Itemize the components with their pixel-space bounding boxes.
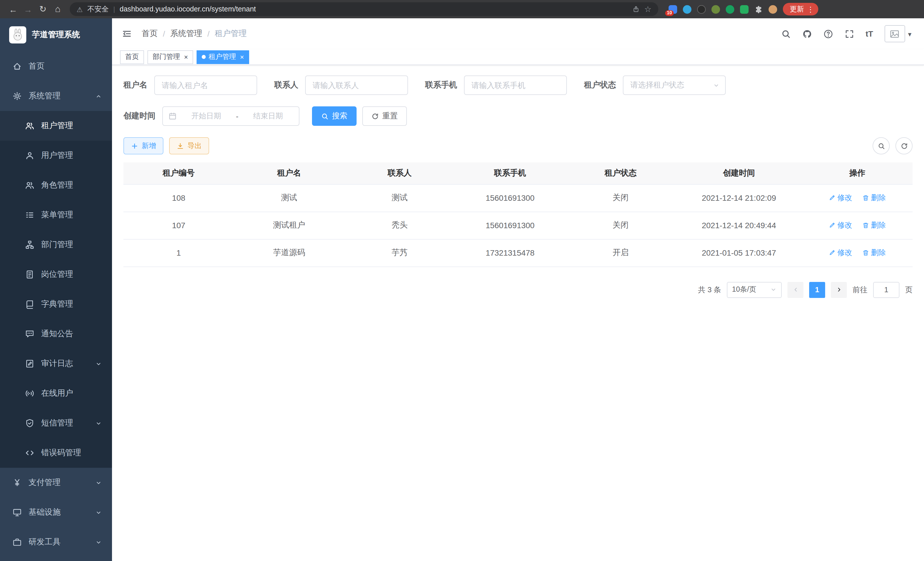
chevron-up-icon bbox=[95, 93, 102, 99]
update-label: 更新 bbox=[790, 4, 804, 14]
column-header-actions: 操作 bbox=[802, 162, 913, 184]
sidebar-item-sms-management[interactable]: 短信管理 bbox=[0, 408, 112, 438]
question-icon[interactable] bbox=[824, 29, 833, 39]
page-size-select[interactable]: 10条/页 bbox=[727, 282, 782, 298]
chevron-left-icon bbox=[792, 287, 799, 293]
page-number-button[interactable]: 1 bbox=[809, 282, 825, 298]
sidebar-item-notice[interactable]: 通知公告 bbox=[0, 319, 112, 349]
dict-book-icon bbox=[25, 300, 34, 309]
breadcrumb-item-system[interactable]: 系统管理 bbox=[170, 29, 202, 39]
goto-page-input[interactable] bbox=[873, 282, 899, 298]
cell-tenant-id: 107 bbox=[123, 212, 234, 239]
tab-dept-management[interactable]: 部门管理 bbox=[147, 50, 193, 64]
phone-input[interactable] bbox=[464, 75, 567, 95]
tab-home[interactable]: 首页 bbox=[120, 50, 144, 64]
share-icon[interactable] bbox=[633, 6, 640, 13]
address-bar[interactable]: 不安全 | dashboard.yudao.iocoder.cn/system/… bbox=[70, 2, 658, 16]
sidebar-item-label: 系统管理 bbox=[28, 91, 61, 101]
extension-icon[interactable] bbox=[683, 5, 692, 14]
extension-icon[interactable] bbox=[711, 5, 720, 14]
security-label[interactable]: 不安全 bbox=[87, 4, 109, 14]
extension-icon[interactable] bbox=[726, 5, 734, 14]
extension-icon[interactable] bbox=[697, 5, 706, 14]
browser-home-button[interactable] bbox=[50, 2, 65, 17]
filter-status: 租户状态 请选择租户状态 bbox=[584, 75, 726, 95]
github-icon[interactable] bbox=[802, 29, 812, 39]
sidebar-item-audit-log[interactable]: 审计日志 bbox=[0, 349, 112, 379]
filter-row-1: 租户名 联系人 联系手机 租户状态 请选择租户状态 bbox=[123, 75, 913, 95]
sidebar-item-role-management[interactable]: 角色管理 bbox=[0, 170, 112, 200]
delete-link[interactable]: 删除 bbox=[862, 193, 886, 203]
export-button[interactable]: 导出 bbox=[169, 137, 209, 154]
sidebar-item-dept-management[interactable]: 部门管理 bbox=[0, 230, 112, 260]
close-icon[interactable] bbox=[183, 53, 188, 61]
toggle-search-button[interactable] bbox=[873, 137, 890, 154]
page-content: 租户名 联系人 联系手机 租户状态 请选择租户状态 bbox=[112, 65, 924, 298]
extension-icon[interactable]: 10 bbox=[669, 5, 677, 14]
extension-icon[interactable] bbox=[740, 5, 748, 14]
tab-label: 部门管理 bbox=[153, 52, 180, 62]
delete-link[interactable]: 删除 bbox=[862, 220, 886, 230]
sidebar-toggle-button[interactable] bbox=[112, 18, 142, 49]
refresh-table-button[interactable] bbox=[896, 137, 913, 154]
sidebar-item-payment-management[interactable]: 支付管理 bbox=[0, 468, 112, 498]
extensions-puzzle-icon[interactable] bbox=[754, 5, 763, 14]
fullscreen-icon[interactable] bbox=[844, 29, 854, 39]
sidebar-item-system-management[interactable]: 系统管理 bbox=[0, 81, 112, 111]
date-range-picker[interactable]: 开始日期 - 结束日期 bbox=[162, 106, 299, 126]
edit-link[interactable]: 修改 bbox=[829, 220, 852, 230]
browser-profile-avatar[interactable] bbox=[769, 5, 777, 14]
sidebar-item-dev-tools[interactable]: 研发工具 bbox=[0, 527, 112, 557]
sidebar-item-home[interactable]: 首页 bbox=[0, 51, 112, 81]
status-select[interactable]: 请选择租户状态 bbox=[623, 75, 726, 95]
close-icon[interactable] bbox=[239, 53, 244, 61]
search-button[interactable]: 搜索 bbox=[312, 106, 357, 126]
avatar[interactable] bbox=[885, 25, 905, 42]
tenant-name-input[interactable] bbox=[154, 75, 257, 95]
sidebar-item-user-management[interactable]: 用户管理 bbox=[0, 141, 112, 170]
delete-link[interactable]: 删除 bbox=[862, 248, 886, 258]
reset-button[interactable]: 重置 bbox=[362, 106, 407, 126]
sidebar-item-post-management[interactable]: 岗位管理 bbox=[0, 260, 112, 289]
cell-actions: 修改 删除 bbox=[802, 239, 913, 266]
sidebar-item-menu-management[interactable]: 菜单管理 bbox=[0, 200, 112, 230]
table-toolbar: 新增 导出 bbox=[123, 137, 913, 154]
contact-input[interactable] bbox=[305, 75, 408, 95]
cell-contact: 测试 bbox=[344, 184, 455, 212]
sidebar-item-infrastructure[interactable]: 基础设施 bbox=[0, 498, 112, 527]
tab-tenant-management[interactable]: 租户管理 bbox=[196, 50, 249, 64]
search-button-label: 搜索 bbox=[332, 111, 347, 121]
browser-forward-button[interactable] bbox=[21, 2, 35, 17]
browser-update-button[interactable]: 更新 bbox=[783, 3, 818, 15]
browser-reload-button[interactable] bbox=[35, 2, 50, 17]
user-avatar-dropdown[interactable] bbox=[885, 25, 911, 42]
breadcrumb-item-home[interactable]: 首页 bbox=[142, 29, 158, 39]
edit-icon bbox=[829, 222, 836, 229]
sidebar-item-error-code-management[interactable]: 错误码管理 bbox=[0, 438, 112, 468]
edit-link[interactable]: 修改 bbox=[829, 193, 852, 203]
edit-link[interactable]: 修改 bbox=[829, 248, 852, 258]
search-icon[interactable] bbox=[781, 29, 791, 39]
filter-tenant-name: 租户名 bbox=[123, 75, 257, 95]
next-page-button[interactable] bbox=[831, 282, 847, 298]
sidebar-item-tenant-management[interactable]: 租户管理 bbox=[0, 111, 112, 141]
trash-icon bbox=[862, 194, 869, 201]
sidebar-item-dict-management[interactable]: 字典管理 bbox=[0, 289, 112, 319]
cell-tenant-name: 测试租户 bbox=[234, 212, 345, 239]
omnibox-divider: | bbox=[113, 5, 115, 13]
sidebar-item-online-users[interactable]: 在线用户 bbox=[0, 379, 112, 408]
app-logo[interactable]: 芋道管理系统 bbox=[0, 18, 112, 51]
chevron-right-icon bbox=[836, 287, 842, 293]
bookmark-star-icon[interactable] bbox=[644, 4, 651, 14]
filter-label: 租户状态 bbox=[584, 80, 616, 90]
browser-back-button[interactable] bbox=[6, 2, 21, 17]
cell-contact: 芋艿 bbox=[344, 239, 455, 266]
font-size-icon[interactable] bbox=[866, 29, 873, 38]
url-text[interactable]: dashboard.yudao.iocoder.cn/system/tenant bbox=[120, 5, 256, 13]
browser-menu-icon[interactable] bbox=[807, 5, 814, 14]
prev-page-button[interactable] bbox=[788, 282, 803, 298]
add-button[interactable]: 新增 bbox=[123, 137, 164, 154]
pagination: 共 3 条 10条/页 1 前往 页 bbox=[123, 282, 913, 298]
filter-create-time: 创建时间 开始日期 - 结束日期 bbox=[123, 106, 299, 126]
page-size-label: 10条/页 bbox=[732, 285, 756, 295]
